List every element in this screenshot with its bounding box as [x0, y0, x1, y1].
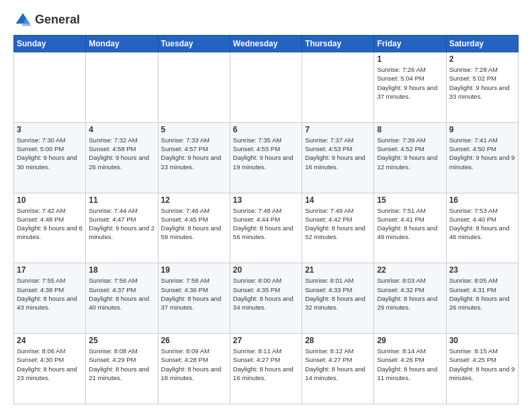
- day-cell: 16Sunrise: 7:53 AMSunset: 4:40 PMDayligh…: [446, 193, 518, 263]
- day-cell: 12Sunrise: 7:46 AMSunset: 4:45 PMDayligh…: [158, 193, 230, 263]
- logo-icon: [13, 11, 32, 30]
- day-cell: 2Sunrise: 7:28 AMSunset: 5:02 PMDaylight…: [446, 52, 518, 123]
- day-info: Sunrise: 7:56 AMSunset: 4:37 PMDaylight:…: [89, 276, 154, 312]
- weekday-saturday: Saturday: [446, 36, 518, 52]
- day-number: 5: [161, 125, 227, 134]
- day-cell: 7Sunrise: 7:37 AMSunset: 4:53 PMDaylight…: [302, 122, 374, 193]
- day-info: Sunrise: 7:44 AMSunset: 4:47 PMDaylight:…: [89, 206, 154, 242]
- day-cell: 17Sunrise: 7:55 AMSunset: 4:38 PMDayligh…: [14, 263, 86, 334]
- week-row-0: 1Sunrise: 7:26 AMSunset: 5:04 PMDaylight…: [14, 52, 519, 123]
- day-number: 3: [17, 125, 83, 134]
- day-info: Sunrise: 7:33 AMSunset: 4:57 PMDaylight:…: [161, 136, 227, 171]
- weekday-header-row: SundayMondayTuesdayWednesdayThursdayFrid…: [14, 36, 519, 52]
- day-cell: 21Sunrise: 8:01 AMSunset: 4:33 PMDayligh…: [302, 263, 374, 334]
- week-row-1: 3Sunrise: 7:30 AMSunset: 5:00 PMDaylight…: [14, 122, 519, 193]
- day-number: 24: [17, 336, 83, 345]
- day-number: 1: [377, 54, 443, 64]
- day-number: 4: [89, 125, 154, 134]
- day-info: Sunrise: 8:06 AMSunset: 4:30 PMDaylight:…: [17, 347, 83, 382]
- day-number: 14: [305, 195, 371, 205]
- week-row-4: 24Sunrise: 8:06 AMSunset: 4:30 PMDayligh…: [14, 334, 519, 404]
- day-cell: 9Sunrise: 7:41 AMSunset: 4:50 PMDaylight…: [446, 122, 518, 193]
- day-number: 7: [305, 125, 371, 134]
- day-cell: 22Sunrise: 8:03 AMSunset: 4:32 PMDayligh…: [374, 263, 446, 334]
- day-info: Sunrise: 7:46 AMSunset: 4:45 PMDaylight:…: [161, 206, 227, 242]
- day-info: Sunrise: 7:48 AMSunset: 4:44 PMDaylight:…: [233, 206, 299, 242]
- day-info: Sunrise: 7:51 AMSunset: 4:41 PMDaylight:…: [377, 206, 443, 242]
- day-number: 6: [233, 125, 299, 134]
- day-cell: 3Sunrise: 7:30 AMSunset: 5:00 PMDaylight…: [14, 122, 86, 193]
- day-info: Sunrise: 7:58 AMSunset: 4:36 PMDaylight:…: [161, 276, 227, 312]
- day-cell: [86, 52, 158, 123]
- day-info: Sunrise: 7:49 AMSunset: 4:42 PMDaylight:…: [305, 206, 371, 242]
- day-cell: 10Sunrise: 7:42 AMSunset: 4:48 PMDayligh…: [14, 193, 86, 263]
- day-number: 28: [305, 336, 371, 345]
- day-number: 2: [449, 54, 515, 64]
- weekday-sunday: Sunday: [14, 36, 86, 52]
- weekday-monday: Monday: [86, 36, 158, 52]
- day-info: Sunrise: 8:15 AMSunset: 4:25 PMDaylight:…: [449, 347, 515, 382]
- day-number: 8: [377, 125, 443, 134]
- day-info: Sunrise: 7:41 AMSunset: 4:50 PMDaylight:…: [449, 136, 515, 171]
- day-number: 25: [89, 336, 154, 345]
- day-info: Sunrise: 7:35 AMSunset: 4:55 PMDaylight:…: [233, 136, 299, 171]
- day-info: Sunrise: 8:09 AMSunset: 4:28 PMDaylight:…: [161, 347, 227, 382]
- day-info: Sunrise: 7:42 AMSunset: 4:48 PMDaylight:…: [17, 206, 83, 242]
- day-number: 21: [305, 265, 371, 275]
- day-info: Sunrise: 8:12 AMSunset: 4:27 PMDaylight:…: [305, 347, 371, 382]
- day-info: Sunrise: 7:55 AMSunset: 4:38 PMDaylight:…: [17, 276, 83, 312]
- logo: General: [13, 11, 80, 30]
- day-number: 26: [161, 336, 227, 345]
- day-number: 10: [17, 195, 83, 205]
- day-cell: 4Sunrise: 7:32 AMSunset: 4:58 PMDaylight…: [86, 122, 158, 193]
- day-cell: 19Sunrise: 7:58 AMSunset: 4:36 PMDayligh…: [158, 263, 230, 334]
- day-number: 22: [377, 265, 443, 275]
- calendar-table: SundayMondayTuesdayWednesdayThursdayFrid…: [13, 35, 519, 404]
- day-cell: 18Sunrise: 7:56 AMSunset: 4:37 PMDayligh…: [86, 263, 158, 334]
- day-number: 17: [17, 265, 83, 275]
- day-number: 13: [233, 195, 299, 205]
- day-number: 15: [377, 195, 443, 205]
- day-cell: [230, 52, 302, 123]
- day-number: 27: [233, 336, 299, 345]
- week-row-3: 17Sunrise: 7:55 AMSunset: 4:38 PMDayligh…: [14, 263, 519, 334]
- day-number: 11: [89, 195, 154, 205]
- day-number: 20: [233, 265, 299, 275]
- day-info: Sunrise: 8:01 AMSunset: 4:33 PMDaylight:…: [305, 276, 371, 312]
- day-cell: 30Sunrise: 8:15 AMSunset: 4:25 PMDayligh…: [446, 334, 518, 404]
- day-info: Sunrise: 7:53 AMSunset: 4:40 PMDaylight:…: [449, 206, 515, 242]
- day-cell: 26Sunrise: 8:09 AMSunset: 4:28 PMDayligh…: [158, 334, 230, 404]
- day-info: Sunrise: 8:05 AMSunset: 4:31 PMDaylight:…: [449, 276, 515, 312]
- weekday-wednesday: Wednesday: [230, 36, 302, 52]
- day-info: Sunrise: 7:28 AMSunset: 5:02 PMDaylight:…: [449, 65, 515, 101]
- logo-text: General: [35, 13, 80, 27]
- day-cell: 29Sunrise: 8:14 AMSunset: 4:26 PMDayligh…: [374, 334, 446, 404]
- day-cell: 20Sunrise: 8:00 AMSunset: 4:35 PMDayligh…: [230, 263, 302, 334]
- day-info: Sunrise: 8:03 AMSunset: 4:32 PMDaylight:…: [377, 276, 443, 312]
- day-cell: [302, 52, 374, 123]
- day-cell: 1Sunrise: 7:26 AMSunset: 5:04 PMDaylight…: [374, 52, 446, 123]
- day-number: 23: [449, 265, 515, 275]
- day-cell: 28Sunrise: 8:12 AMSunset: 4:27 PMDayligh…: [302, 334, 374, 404]
- day-cell: 8Sunrise: 7:39 AMSunset: 4:52 PMDaylight…: [374, 122, 446, 193]
- day-info: Sunrise: 7:32 AMSunset: 4:58 PMDaylight:…: [89, 136, 154, 171]
- day-info: Sunrise: 8:11 AMSunset: 4:27 PMDaylight:…: [233, 347, 299, 382]
- day-cell: 6Sunrise: 7:35 AMSunset: 4:55 PMDaylight…: [230, 122, 302, 193]
- page: General SundayMondayTuesdayWednesdayThur…: [0, 0, 532, 411]
- day-cell: [14, 52, 86, 123]
- day-number: 9: [449, 125, 515, 134]
- day-cell: 23Sunrise: 8:05 AMSunset: 4:31 PMDayligh…: [446, 263, 518, 334]
- weekday-friday: Friday: [374, 36, 446, 52]
- day-cell: 24Sunrise: 8:06 AMSunset: 4:30 PMDayligh…: [14, 334, 86, 404]
- day-number: 12: [161, 195, 227, 205]
- day-number: 19: [161, 265, 227, 275]
- week-row-2: 10Sunrise: 7:42 AMSunset: 4:48 PMDayligh…: [14, 193, 519, 263]
- weekday-thursday: Thursday: [302, 36, 374, 52]
- day-cell: 15Sunrise: 7:51 AMSunset: 4:41 PMDayligh…: [374, 193, 446, 263]
- day-number: 16: [449, 195, 515, 205]
- day-cell: 13Sunrise: 7:48 AMSunset: 4:44 PMDayligh…: [230, 193, 302, 263]
- day-info: Sunrise: 7:39 AMSunset: 4:52 PMDaylight:…: [377, 136, 443, 171]
- day-info: Sunrise: 7:30 AMSunset: 5:00 PMDaylight:…: [17, 136, 83, 171]
- day-cell: 25Sunrise: 8:08 AMSunset: 4:29 PMDayligh…: [86, 334, 158, 404]
- day-number: 29: [377, 336, 443, 345]
